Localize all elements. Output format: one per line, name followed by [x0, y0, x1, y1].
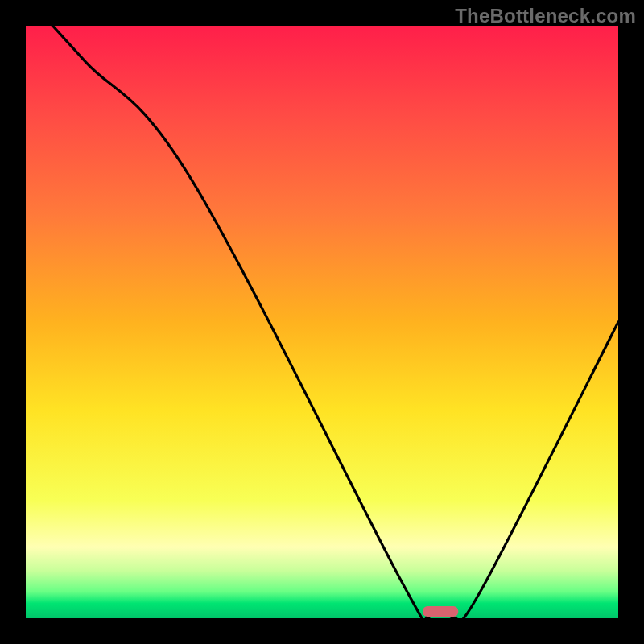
chart-svg — [26, 26, 618, 618]
chart-frame: TheBottleneck.com — [0, 0, 644, 644]
optimal-marker — [423, 606, 458, 617]
gradient-bg — [26, 26, 618, 618]
watermark-text: TheBottleneck.com — [455, 5, 636, 27]
plot-area — [26, 26, 618, 618]
